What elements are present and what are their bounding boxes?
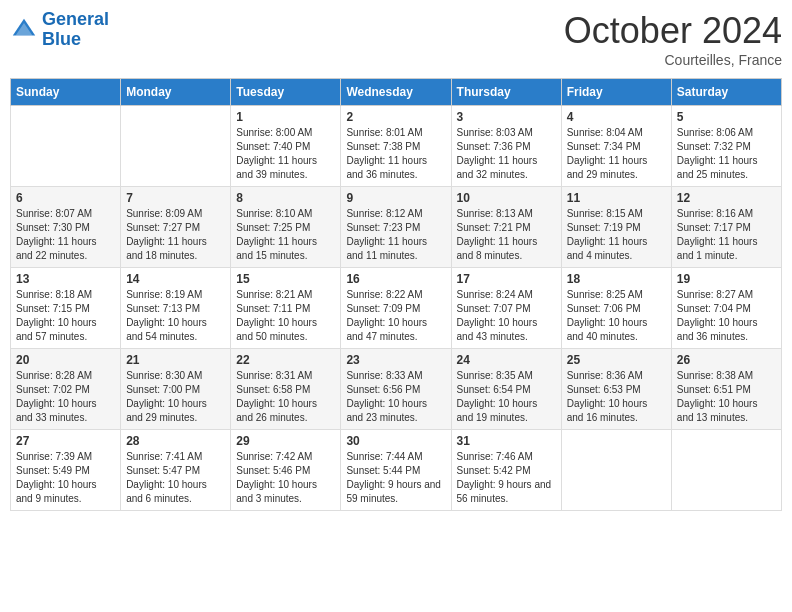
day-number: 13	[16, 272, 115, 286]
calendar-day-cell: 9 Sunrise: 8:12 AM Sunset: 7:23 PM Dayli…	[341, 187, 451, 268]
calendar-day-cell: 31 Sunrise: 7:46 AM Sunset: 5:42 PM Dayl…	[451, 430, 561, 511]
daylight-text: Daylight: 10 hours and 54 minutes.	[126, 317, 207, 342]
calendar-day-cell: 3 Sunrise: 8:03 AM Sunset: 7:36 PM Dayli…	[451, 106, 561, 187]
day-of-week-header: Friday	[561, 79, 671, 106]
calendar-day-cell: 7 Sunrise: 8:09 AM Sunset: 7:27 PM Dayli…	[121, 187, 231, 268]
sunset-text: Sunset: 5:42 PM	[457, 465, 531, 476]
day-info: Sunrise: 8:13 AM Sunset: 7:21 PM Dayligh…	[457, 207, 556, 263]
day-number: 25	[567, 353, 666, 367]
day-number: 17	[457, 272, 556, 286]
day-number: 21	[126, 353, 225, 367]
daylight-text: Daylight: 11 hours and 11 minutes.	[346, 236, 427, 261]
daylight-text: Daylight: 10 hours and 13 minutes.	[677, 398, 758, 423]
day-number: 16	[346, 272, 445, 286]
daylight-text: Daylight: 11 hours and 22 minutes.	[16, 236, 97, 261]
sunrise-text: Sunrise: 8:15 AM	[567, 208, 643, 219]
day-number: 29	[236, 434, 335, 448]
sunset-text: Sunset: 5:44 PM	[346, 465, 420, 476]
daylight-text: Daylight: 11 hours and 15 minutes.	[236, 236, 317, 261]
sunset-text: Sunset: 6:56 PM	[346, 384, 420, 395]
sunrise-text: Sunrise: 7:44 AM	[346, 451, 422, 462]
calendar-day-cell	[671, 430, 781, 511]
sunset-text: Sunset: 7:23 PM	[346, 222, 420, 233]
sunset-text: Sunset: 7:27 PM	[126, 222, 200, 233]
sunset-text: Sunset: 7:13 PM	[126, 303, 200, 314]
sunrise-text: Sunrise: 8:22 AM	[346, 289, 422, 300]
daylight-text: Daylight: 11 hours and 25 minutes.	[677, 155, 758, 180]
sunset-text: Sunset: 7:09 PM	[346, 303, 420, 314]
calendar-day-cell	[121, 106, 231, 187]
sunrise-text: Sunrise: 8:10 AM	[236, 208, 312, 219]
day-number: 23	[346, 353, 445, 367]
day-info: Sunrise: 8:27 AM Sunset: 7:04 PM Dayligh…	[677, 288, 776, 344]
calendar-day-cell	[11, 106, 121, 187]
sunset-text: Sunset: 7:02 PM	[16, 384, 90, 395]
day-info: Sunrise: 8:06 AM Sunset: 7:32 PM Dayligh…	[677, 126, 776, 182]
day-info: Sunrise: 8:00 AM Sunset: 7:40 PM Dayligh…	[236, 126, 335, 182]
daylight-text: Daylight: 11 hours and 18 minutes.	[126, 236, 207, 261]
day-number: 2	[346, 110, 445, 124]
daylight-text: Daylight: 11 hours and 29 minutes.	[567, 155, 648, 180]
calendar-day-cell: 27 Sunrise: 7:39 AM Sunset: 5:49 PM Dayl…	[11, 430, 121, 511]
day-number: 14	[126, 272, 225, 286]
daylight-text: Daylight: 11 hours and 1 minute.	[677, 236, 758, 261]
calendar-week-row: 1 Sunrise: 8:00 AM Sunset: 7:40 PM Dayli…	[11, 106, 782, 187]
logo-text: General Blue	[42, 10, 109, 50]
sunset-text: Sunset: 6:51 PM	[677, 384, 751, 395]
sunrise-text: Sunrise: 8:35 AM	[457, 370, 533, 381]
day-info: Sunrise: 8:18 AM Sunset: 7:15 PM Dayligh…	[16, 288, 115, 344]
sunrise-text: Sunrise: 8:25 AM	[567, 289, 643, 300]
day-number: 11	[567, 191, 666, 205]
calendar-day-cell: 24 Sunrise: 8:35 AM Sunset: 6:54 PM Dayl…	[451, 349, 561, 430]
calendar-day-cell: 23 Sunrise: 8:33 AM Sunset: 6:56 PM Dayl…	[341, 349, 451, 430]
sunset-text: Sunset: 7:07 PM	[457, 303, 531, 314]
calendar-day-cell: 1 Sunrise: 8:00 AM Sunset: 7:40 PM Dayli…	[231, 106, 341, 187]
calendar-week-row: 13 Sunrise: 8:18 AM Sunset: 7:15 PM Dayl…	[11, 268, 782, 349]
day-number: 30	[346, 434, 445, 448]
sunrise-text: Sunrise: 8:19 AM	[126, 289, 202, 300]
calendar-day-cell: 15 Sunrise: 8:21 AM Sunset: 7:11 PM Dayl…	[231, 268, 341, 349]
sunrise-text: Sunrise: 8:30 AM	[126, 370, 202, 381]
sunrise-text: Sunrise: 8:33 AM	[346, 370, 422, 381]
calendar-day-cell: 10 Sunrise: 8:13 AM Sunset: 7:21 PM Dayl…	[451, 187, 561, 268]
day-number: 3	[457, 110, 556, 124]
daylight-text: Daylight: 11 hours and 36 minutes.	[346, 155, 427, 180]
calendar-week-row: 27 Sunrise: 7:39 AM Sunset: 5:49 PM Dayl…	[11, 430, 782, 511]
sunset-text: Sunset: 6:54 PM	[457, 384, 531, 395]
sunrise-text: Sunrise: 8:06 AM	[677, 127, 753, 138]
calendar-day-cell: 28 Sunrise: 7:41 AM Sunset: 5:47 PM Dayl…	[121, 430, 231, 511]
calendar-day-cell: 12 Sunrise: 8:16 AM Sunset: 7:17 PM Dayl…	[671, 187, 781, 268]
day-number: 31	[457, 434, 556, 448]
sunrise-text: Sunrise: 8:24 AM	[457, 289, 533, 300]
sunset-text: Sunset: 7:04 PM	[677, 303, 751, 314]
day-of-week-header: Saturday	[671, 79, 781, 106]
calendar-day-cell: 6 Sunrise: 8:07 AM Sunset: 7:30 PM Dayli…	[11, 187, 121, 268]
sunrise-text: Sunrise: 8:27 AM	[677, 289, 753, 300]
daylight-text: Daylight: 10 hours and 16 minutes.	[567, 398, 648, 423]
sunset-text: Sunset: 5:49 PM	[16, 465, 90, 476]
sunrise-text: Sunrise: 8:03 AM	[457, 127, 533, 138]
day-info: Sunrise: 8:31 AM Sunset: 6:58 PM Dayligh…	[236, 369, 335, 425]
sunrise-text: Sunrise: 7:46 AM	[457, 451, 533, 462]
day-of-week-header: Sunday	[11, 79, 121, 106]
day-info: Sunrise: 8:28 AM Sunset: 7:02 PM Dayligh…	[16, 369, 115, 425]
daylight-text: Daylight: 11 hours and 8 minutes.	[457, 236, 538, 261]
sunset-text: Sunset: 5:47 PM	[126, 465, 200, 476]
day-number: 9	[346, 191, 445, 205]
sunrise-text: Sunrise: 8:07 AM	[16, 208, 92, 219]
day-info: Sunrise: 8:21 AM Sunset: 7:11 PM Dayligh…	[236, 288, 335, 344]
calendar-day-cell: 11 Sunrise: 8:15 AM Sunset: 7:19 PM Dayl…	[561, 187, 671, 268]
sunset-text: Sunset: 5:46 PM	[236, 465, 310, 476]
day-number: 7	[126, 191, 225, 205]
sunrise-text: Sunrise: 8:13 AM	[457, 208, 533, 219]
calendar-week-row: 20 Sunrise: 8:28 AM Sunset: 7:02 PM Dayl…	[11, 349, 782, 430]
day-of-week-header: Tuesday	[231, 79, 341, 106]
day-number: 20	[16, 353, 115, 367]
day-info: Sunrise: 8:33 AM Sunset: 6:56 PM Dayligh…	[346, 369, 445, 425]
sunrise-text: Sunrise: 8:21 AM	[236, 289, 312, 300]
sunrise-text: Sunrise: 7:42 AM	[236, 451, 312, 462]
sunrise-text: Sunrise: 8:18 AM	[16, 289, 92, 300]
day-info: Sunrise: 8:22 AM Sunset: 7:09 PM Dayligh…	[346, 288, 445, 344]
day-of-week-header: Thursday	[451, 79, 561, 106]
title-block: October 2024 Courteilles, France	[564, 10, 782, 68]
